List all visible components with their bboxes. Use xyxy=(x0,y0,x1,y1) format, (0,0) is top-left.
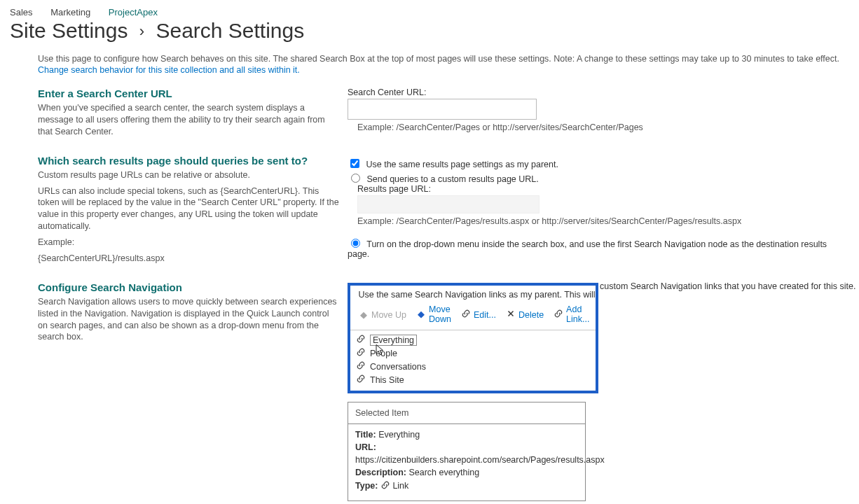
change-behavior-link[interactable]: Change search behavior for this site col… xyxy=(38,65,300,75)
move-up-button: ◆ Move Up xyxy=(355,308,411,321)
search-center-url-input[interactable] xyxy=(348,99,537,120)
section-search-center-desc: When you've specified a search center, t… xyxy=(38,102,339,138)
link-icon xyxy=(356,360,366,372)
section-results-page-title: Which search results page should queries… xyxy=(38,155,339,167)
link-icon xyxy=(380,482,390,492)
dropdown-search-nav-label: Turn on the drop-down menu inside the se… xyxy=(348,239,827,259)
nav-item-people[interactable]: People xyxy=(355,346,591,360)
selected-type-value: Link xyxy=(392,481,408,491)
custom-results-radio[interactable] xyxy=(351,174,360,183)
section-search-center-title: Enter a Search Center URL xyxy=(38,88,339,99)
link-icon xyxy=(356,347,366,359)
title-separator: › xyxy=(139,22,144,40)
nav-item-this-site[interactable]: This Site xyxy=(355,373,591,386)
results-page-desc-2: URLs can also include special tokens, su… xyxy=(38,186,339,233)
search-nav-trailing-text: custom Search Navigation links that you … xyxy=(600,281,855,291)
selected-desc-value: Search everything xyxy=(408,468,479,477)
custom-results-label: Send queries to a custom results page UR… xyxy=(366,174,538,184)
nav-item-conversations[interactable]: Conversations xyxy=(355,360,591,373)
intro-text: Use this page to configure how Search be… xyxy=(38,54,844,64)
breadcrumb-marketing[interactable]: Marketing xyxy=(50,7,90,18)
title-sub: Search Settings xyxy=(156,19,304,42)
nav-item-everything[interactable]: Everything xyxy=(355,333,591,346)
breadcrumb-sales[interactable]: Sales xyxy=(10,7,33,18)
move-down-button[interactable]: ◆ MoveDown xyxy=(412,304,455,326)
selected-url-value: https://citizenbuilders.sharepoint.com/s… xyxy=(355,455,578,465)
search-nav-editor-highlight: Use the same Search Navigation links as … xyxy=(348,283,598,394)
breadcrumb-projectapex[interactable]: ProjectApex xyxy=(109,7,158,18)
selected-title-key: Title: xyxy=(355,430,376,440)
selected-item-header: Selected Item xyxy=(348,402,585,424)
selected-title-value: Everything xyxy=(378,430,420,440)
dropdown-search-nav-radio[interactable] xyxy=(351,239,360,248)
selected-type-key: Type: xyxy=(355,481,378,491)
page-title: Site Settings › Search Settings xyxy=(10,19,849,43)
search-nav-overlapped-text: Use the same Search Navigation links as … xyxy=(358,290,596,300)
use-parent-results-label: Use the same results page settings as my… xyxy=(366,160,558,169)
breadcrumb: Sales Marketing ProjectApex xyxy=(10,7,849,18)
search-nav-toolbar: ◆ Move Up ◆ MoveDown Edit... xyxy=(350,300,596,330)
results-page-desc-3: Example: xyxy=(38,237,339,248)
delete-button[interactable]: Delete xyxy=(502,308,548,321)
use-parent-results-checkbox[interactable] xyxy=(350,159,359,168)
selected-desc-key: Description: xyxy=(355,468,406,477)
link-icon xyxy=(554,309,563,321)
selected-item-panel: Selected Item Title: Everything URL: htt… xyxy=(348,402,586,501)
add-link-button[interactable]: AddLink... xyxy=(549,304,593,326)
link-icon xyxy=(461,309,471,321)
link-icon xyxy=(356,334,366,346)
section-search-nav-desc: Search Navigation allows users to move q… xyxy=(38,296,339,344)
results-page-desc-1: Custom results page URLs can be relative… xyxy=(38,169,339,181)
results-page-url-input-disabled xyxy=(357,195,540,214)
section-search-nav-title: Configure Search Navigation xyxy=(38,281,339,293)
title-main: Site Settings xyxy=(10,19,128,42)
arrow-up-icon: ◆ xyxy=(359,309,369,320)
link-icon xyxy=(356,374,366,386)
results-page-url-example: Example: /SearchCenter/Pages/results.asp… xyxy=(357,216,844,226)
search-center-url-label: Search Center URL: xyxy=(348,88,844,97)
search-nav-list: Everything People Conversations Thi xyxy=(350,330,596,391)
edit-button[interactable]: Edit... xyxy=(457,307,500,322)
close-icon xyxy=(506,309,516,320)
results-page-url-label: Results page URL: xyxy=(357,184,844,194)
arrow-down-icon: ◆ xyxy=(416,310,426,320)
results-page-desc-4: {SearchCenterURL}/results.aspx xyxy=(38,253,339,265)
selected-url-key: URL: xyxy=(355,442,376,452)
search-center-url-example: Example: /SearchCenter/Pages or http://s… xyxy=(357,122,844,132)
